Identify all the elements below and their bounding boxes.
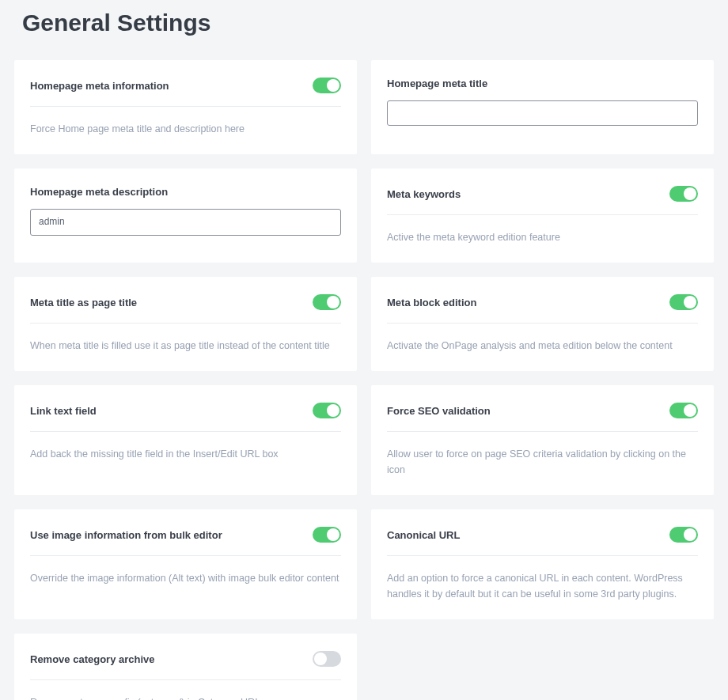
- card-title: Link text field: [30, 405, 97, 417]
- card-description: Allow user to force on page SEO criteria…: [387, 446, 698, 478]
- toggle-meta-title-as-page-title[interactable]: [313, 294, 341, 310]
- card-remove-category-archive: Remove category archive Remove category …: [14, 634, 357, 700]
- card-title: Homepage meta information: [30, 80, 169, 92]
- card-title: Force SEO validation: [387, 405, 491, 417]
- card-homepage-meta-info: Homepage meta information Force Home pag…: [14, 60, 357, 154]
- card-description: Add an option to force a canonical URL i…: [387, 570, 698, 602]
- settings-grid: Homepage meta information Force Home pag…: [0, 60, 728, 700]
- toggle-force-seo-validation[interactable]: [669, 403, 698, 418]
- card-description: Force Home page meta title and descripti…: [30, 121, 341, 137]
- toggle-use-image-info[interactable]: [313, 527, 341, 543]
- card-description: Add back the missing title field in the …: [30, 446, 341, 462]
- card-link-text-field: Link text field Add back the missing tit…: [14, 385, 357, 495]
- card-description: Override the image information (Alt text…: [30, 570, 341, 586]
- card-title: Meta title as page title: [30, 297, 137, 308]
- card-homepage-meta-title: Homepage meta title: [371, 60, 714, 154]
- card-meta-block-edition: Meta block edition Activate the OnPage a…: [371, 277, 714, 371]
- card-title: Use image information from bulk editor: [30, 529, 222, 541]
- toggle-meta-block-edition[interactable]: [669, 294, 698, 310]
- card-title: Homepage meta title: [387, 78, 487, 89]
- toggle-remove-category-archive[interactable]: [313, 651, 341, 667]
- toggle-canonical-url[interactable]: [669, 527, 698, 543]
- card-homepage-meta-desc: Homepage meta description admin: [14, 168, 357, 263]
- card-title: Remove category archive: [30, 653, 155, 665]
- toggle-homepage-meta-info[interactable]: [313, 78, 341, 93]
- card-title: Meta keywords: [387, 188, 461, 200]
- page-title: General Settings: [0, 0, 728, 60]
- toggle-link-text-field[interactable]: [313, 403, 341, 418]
- empty-cell: [371, 634, 714, 700]
- card-meta-title-as-page-title: Meta title as page title When meta title…: [14, 277, 357, 371]
- card-title: Meta block edition: [387, 297, 476, 308]
- card-use-image-info: Use image information from bulk editor O…: [14, 509, 357, 619]
- card-description: Activate the OnPage analysis and meta ed…: [387, 338, 698, 354]
- toggle-meta-keywords[interactable]: [669, 186, 698, 202]
- homepage-meta-desc-input[interactable]: admin: [30, 209, 341, 236]
- card-description: When meta title is filled use it as page…: [30, 338, 341, 354]
- card-title: Canonical URL: [387, 529, 460, 541]
- card-description: Remove category prefix (category/) in Ca…: [30, 694, 341, 700]
- homepage-meta-title-input[interactable]: [387, 100, 698, 126]
- card-force-seo-validation: Force SEO validation Allow user to force…: [371, 385, 714, 495]
- card-title: Homepage meta description: [30, 186, 168, 198]
- card-description: Active the meta keyword edition feature: [387, 229, 698, 245]
- card-meta-keywords: Meta keywords Active the meta keyword ed…: [371, 168, 714, 263]
- card-canonical-url: Canonical URL Add an option to force a c…: [371, 509, 714, 619]
